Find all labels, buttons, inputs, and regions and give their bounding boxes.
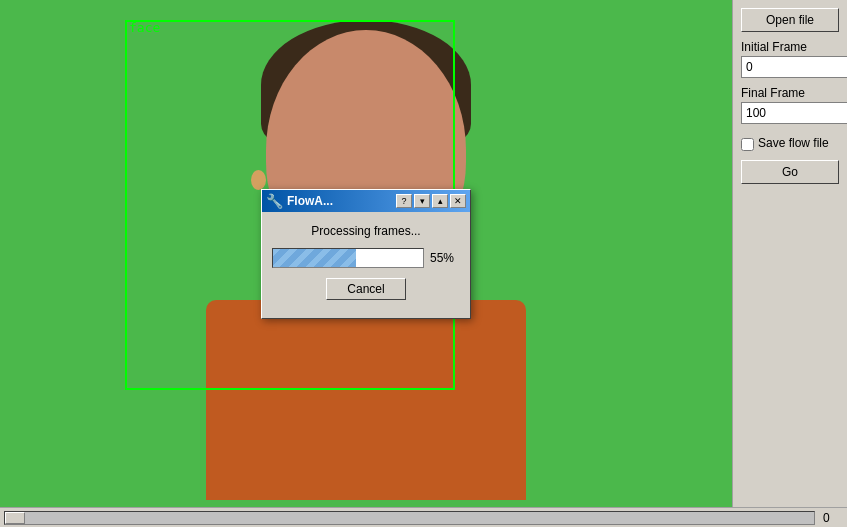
dialog-minimize-button[interactable]: ▾ — [414, 194, 430, 208]
initial-frame-section: Initial Frame ▲ ▼ — [741, 40, 839, 78]
go-button[interactable]: Go — [741, 160, 839, 184]
final-frame-section: Final Frame ▲ ▼ — [741, 86, 839, 124]
initial-frame-label: Initial Frame — [741, 40, 839, 54]
bottom-bar: 0 — [0, 507, 847, 527]
scrollbar-thumb[interactable] — [5, 512, 25, 524]
initial-frame-spinbox: ▲ ▼ — [741, 56, 839, 78]
progress-row: 55% — [272, 248, 460, 268]
dialog-title: FlowA... — [287, 194, 392, 208]
dialog-icon: 🔧 — [266, 193, 283, 209]
final-frame-label: Final Frame — [741, 86, 839, 100]
progress-bar-container — [272, 248, 424, 268]
main-area: face 🔧 FlowA... ? ▾ ▴ ✕ Processing frame… — [0, 0, 847, 507]
video-panel: face 🔧 FlowA... ? ▾ ▴ ✕ Processing frame… — [0, 0, 732, 507]
progress-dialog: 🔧 FlowA... ? ▾ ▴ ✕ Processing frames... — [261, 189, 471, 319]
initial-frame-input[interactable] — [741, 56, 847, 78]
frame-counter: 0 — [823, 511, 843, 525]
progress-label: 55% — [430, 251, 460, 265]
face-label: face — [129, 20, 160, 35]
open-file-button[interactable]: Open file — [741, 8, 839, 32]
save-flow-file-row: Save flow file — [741, 136, 839, 152]
dialog-close-button[interactable]: ✕ — [450, 194, 466, 208]
dialog-body: Processing frames... 55% Cancel — [262, 212, 470, 310]
final-frame-input[interactable] — [741, 102, 847, 124]
dialog-titlebar: 🔧 FlowA... ? ▾ ▴ ✕ — [262, 190, 470, 212]
scrollbar-track[interactable] — [4, 511, 815, 525]
progress-bar-fill — [273, 249, 356, 267]
save-flow-file-checkbox[interactable] — [741, 138, 754, 151]
dialog-help-button[interactable]: ? — [396, 194, 412, 208]
cancel-button[interactable]: Cancel — [326, 278, 405, 300]
status-text: Processing frames... — [311, 224, 420, 238]
dialog-restore-button[interactable]: ▴ — [432, 194, 448, 208]
final-frame-spinbox: ▲ ▼ — [741, 102, 839, 124]
sidebar: Open file Initial Frame ▲ ▼ Final Frame … — [732, 0, 847, 507]
save-flow-file-label: Save flow file — [758, 136, 829, 150]
dialog-controls: ? ▾ ▴ ✕ — [396, 194, 466, 208]
